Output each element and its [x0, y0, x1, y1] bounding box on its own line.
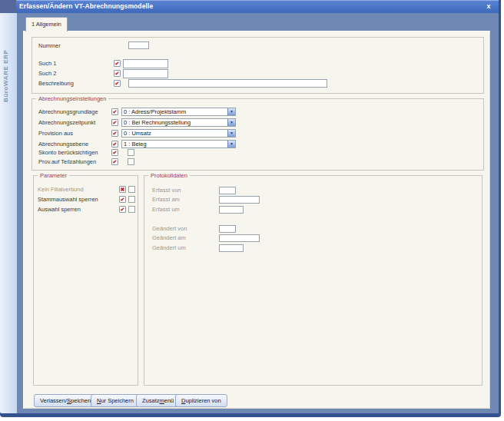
window-title: Erfassen/Ändern VT-Abrechnungsmodelle — [19, 2, 153, 10]
skonto-checkbox[interactable] — [128, 149, 134, 156]
erfasst-am-input[interactable] — [219, 196, 260, 204]
ebene-value: 1 : Beleg — [124, 141, 227, 148]
grundlage-value: 0 : Adress/Projektstamm — [124, 108, 227, 115]
dialog-window: Erfassen/Ändern VT-Abrechnungsmodelle x … — [0, 0, 501, 417]
such2-input[interactable] — [123, 69, 168, 78]
chevron-down-icon[interactable]: ▼ — [227, 108, 235, 115]
ebene-label: Abrechnungsebene — [38, 141, 88, 148]
button-text: Verlassen/ — [40, 397, 67, 404]
ebene-dropdown[interactable]: 1 : Beleg ▼ — [121, 140, 236, 148]
chevron-down-icon[interactable]: ▼ — [227, 141, 235, 148]
beschreibung-label: Beschreibung — [38, 80, 74, 88]
beschreibung-edit-check-icon[interactable]: ✔ — [114, 80, 121, 87]
provision-dropdown[interactable]: 0 : Umsatz ▼ — [121, 129, 236, 138]
protokoll-groupbox — [144, 175, 482, 386]
auswahl-label: Auswahl sperren — [38, 206, 81, 214]
skonto-edit-check-icon[interactable]: ✔ — [111, 149, 118, 156]
geaendert-um-label: Geändert um — [152, 244, 186, 252]
geaendert-von-label: Geändert von — [152, 225, 187, 233]
zeitpunkt-label: Abrechnungszeitpunkt — [38, 119, 95, 127]
grundlage-edit-check-icon[interactable]: ✔ — [111, 108, 118, 115]
teilzahlung-label: Prov.auf Teilzahlungen — [38, 158, 96, 166]
geaendert-von-input[interactable] — [219, 225, 236, 233]
parameter-group-title: Parameter — [38, 172, 69, 179]
erfasst-um-input[interactable] — [219, 206, 244, 214]
chevron-down-icon[interactable]: ▼ — [227, 119, 235, 126]
erfasst-von-label: Erfasst von — [152, 187, 181, 194]
auswahl-checkbox[interactable] — [128, 206, 135, 213]
such2-label: Such 2 — [38, 70, 56, 78]
geaendert-am-label: Geändert am — [152, 234, 186, 242]
filialverbund-label: Kein Filialverbund — [38, 186, 84, 194]
titlebar: Erfassen/Ändern VT-Abrechnungsmodelle x — [0, 0, 499, 13]
button-text: ur Speichern — [101, 397, 134, 404]
stammauswahl-label: Stammauswahl sperren — [38, 196, 98, 204]
ebene-edit-check-icon[interactable]: ✔ — [111, 141, 118, 148]
button-text: Zusatz — [142, 397, 160, 404]
zeitpunkt-dropdown[interactable]: 0 : Bei Rechnungsstellung ▼ — [121, 118, 236, 127]
verlassen-speichern-button[interactable]: Verlassen/Speichern — [34, 394, 99, 407]
filialverbund-checkbox[interactable] — [128, 186, 135, 193]
close-icon[interactable]: x — [484, 2, 493, 11]
nur-speichern-button[interactable]: Nur Speichern — [91, 394, 140, 407]
erfasst-um-label: Erfasst um — [152, 206, 180, 214]
erfasst-am-label: Erfasst am — [152, 196, 180, 204]
teilzahlung-edit-check-icon[interactable]: ✔ — [111, 158, 118, 165]
zusatzmenu-button[interactable]: Zusatzmenü — [136, 394, 180, 407]
skonto-label: Skonto berücksichtigen — [38, 149, 98, 157]
button-text: peichern — [71, 397, 93, 404]
duplizieren-von-button[interactable]: Duplizieren von — [175, 394, 227, 407]
grundlage-label: Abrechnungsgrundlage — [38, 108, 98, 116]
stammauswahl-checkbox[interactable] — [128, 196, 135, 203]
grundlage-dropdown[interactable]: 0 : Adress/Projektstamm ▼ — [121, 108, 236, 116]
provision-edit-check-icon[interactable]: ✔ — [111, 130, 118, 137]
tab-label: 1 Allgemein — [32, 21, 61, 28]
geaendert-um-input[interactable] — [219, 244, 244, 252]
filialverbund-edit-cross-icon[interactable]: ✖ — [119, 186, 126, 193]
such2-edit-check-icon[interactable]: ✔ — [114, 70, 121, 77]
button-text: uplizieren von — [185, 397, 220, 404]
stammauswahl-edit-check-icon[interactable]: ✔ — [119, 196, 126, 203]
zeitpunkt-edit-check-icon[interactable]: ✔ — [111, 119, 118, 126]
tab-allgemein[interactable]: 1 Allgemein — [25, 17, 68, 31]
nummer-input[interactable] — [128, 41, 149, 49]
geaendert-am-input[interactable] — [219, 234, 260, 242]
button-text: enü — [164, 397, 174, 404]
auswahl-edit-check-icon[interactable]: ✔ — [119, 206, 126, 213]
such1-label: Such 1 — [38, 60, 56, 68]
brand-sidebar: BüroWARE ERP — [0, 13, 17, 413]
abrechnung-groupbox — [32, 98, 484, 171]
brand-label: BüroWARE ERP — [2, 31, 9, 102]
such1-edit-check-icon[interactable]: ✔ — [114, 60, 121, 67]
nummer-label: Nummer — [38, 42, 61, 50]
erfasst-von-input[interactable] — [219, 187, 236, 194]
provision-label: Provision aus — [38, 130, 73, 138]
zeitpunkt-value: 0 : Bei Rechnungsstellung — [124, 119, 227, 126]
titlebar-corner — [0, 0, 16, 13]
form-panel: Abrechnungseinstellungen Parameter Proto… — [23, 31, 490, 409]
abrechnung-group-title: Abrechnungseinstellungen — [36, 95, 108, 102]
teilzahlung-checkbox[interactable] — [128, 158, 134, 165]
beschreibung-input[interactable] — [128, 79, 327, 88]
chevron-down-icon[interactable]: ▼ — [227, 130, 235, 137]
such1-input[interactable] — [123, 59, 168, 68]
provision-value: 0 : Umsatz — [124, 130, 227, 137]
protokoll-group-title: Protokolldaten — [148, 172, 190, 179]
